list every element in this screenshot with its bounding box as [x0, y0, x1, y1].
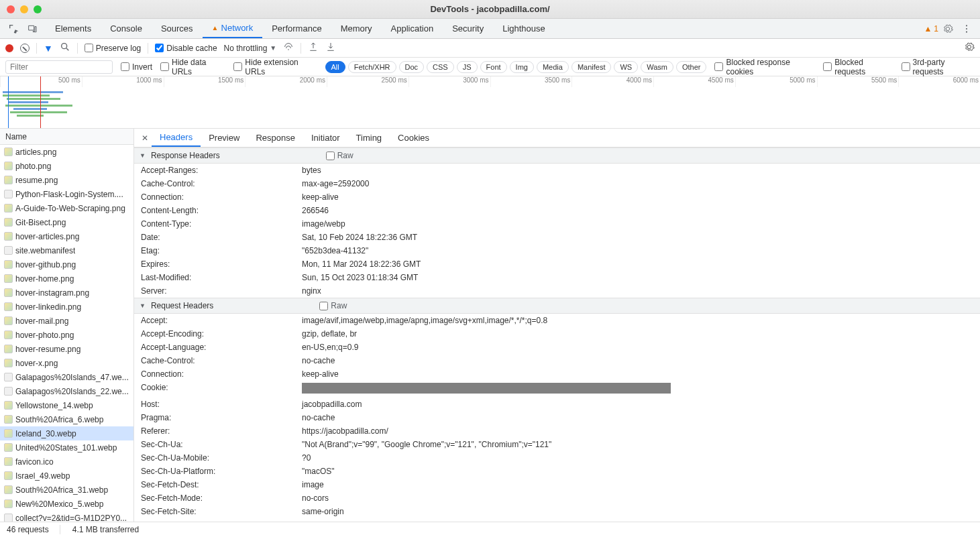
warning-badge[interactable]: ▲ 1 [924, 24, 938, 34]
response-raw-checkbox[interactable]: Raw [326, 151, 353, 160]
request-row[interactable]: favicon.ico [0, 455, 133, 469]
request-row[interactable]: hover-instagram.png [0, 286, 133, 300]
pill-font[interactable]: Font [480, 61, 507, 73]
pill-ws[interactable]: WS [614, 61, 638, 73]
request-row[interactable]: South%20Africa_31.webp [0, 483, 133, 497]
filter-toggle-icon[interactable]: ▼ [44, 43, 53, 54]
pill-css[interactable]: CSS [427, 61, 454, 73]
request-row[interactable]: A-Guide-To-Web-Scraping.png [0, 201, 133, 215]
request-row[interactable]: hover-linkedin.png [0, 300, 133, 314]
request-row[interactable]: hover-photo.png [0, 328, 133, 342]
third-party-checkbox[interactable]: 3rd-party requests [902, 58, 975, 76]
image-file-icon [4, 274, 13, 283]
request-row[interactable]: Galapagos%20Islands_22.we... [0, 384, 133, 398]
request-row[interactable]: hover-resume.png [0, 342, 133, 356]
tab-console[interactable]: Console [101, 19, 152, 38]
request-row[interactable]: Israel_49.webp [0, 469, 133, 483]
pill-js[interactable]: JS [457, 61, 478, 73]
pill-manifest[interactable]: Manifest [571, 61, 612, 73]
request-row[interactable]: Iceland_30.webp [0, 426, 133, 440]
header-key: Sec-Ch-Ua-Mobile: [134, 453, 302, 463]
request-row[interactable]: Yellowstone_14.webp [0, 398, 133, 412]
record-icon[interactable] [5, 44, 13, 52]
pill-doc[interactable]: Doc [399, 61, 425, 73]
request-row[interactable]: site.webmanifest [0, 243, 133, 257]
detail-content[interactable]: ▼ Response Headers Raw Accept-Ranges:byt… [134, 147, 980, 522]
tab-security[interactable]: Security [443, 19, 493, 38]
network-conditions-icon[interactable] [283, 42, 294, 54]
request-list[interactable]: articles.pngphoto.pngresume.pngPython-Fl… [0, 145, 133, 522]
request-name: United%20States_101.webp [15, 443, 117, 453]
search-icon[interactable] [60, 42, 70, 54]
tab-elements[interactable]: Elements [46, 19, 101, 38]
request-row[interactable]: Git-Bisect.png [0, 215, 133, 229]
request-row[interactable]: South%20Africa_6.webp [0, 412, 133, 426]
request-name: Iceland_30.webp [15, 429, 76, 438]
request-row[interactable]: resume.png [0, 173, 133, 187]
tab-performance[interactable]: Performance [262, 19, 331, 38]
header-key: Cache-Control: [134, 179, 302, 188]
device-toolbar-icon[interactable] [23, 23, 42, 34]
request-row[interactable]: photo.png [0, 159, 133, 173]
header-value: Mon, 11 Mar 2024 18:22:36 GMT [302, 259, 980, 269]
header-row: Sec-Fetch-Site:same-origin [134, 505, 980, 518]
image-file-icon [4, 345, 13, 353]
tab-application[interactable]: Application [382, 19, 443, 38]
throttling-select[interactable]: No throttling ▼ [224, 44, 277, 53]
disable-cache-checkbox[interactable]: Disable cache [155, 44, 217, 53]
close-detail-icon[interactable]: ✕ [138, 133, 152, 143]
more-icon[interactable] [957, 23, 976, 34]
hide-extension-urls-checkbox[interactable]: Hide extension URLs [233, 58, 317, 76]
network-settings-icon[interactable] [964, 42, 975, 54]
request-name: Israel_49.webp [15, 471, 70, 481]
detail-tab-cookies[interactable]: Cookies [390, 129, 437, 147]
inspect-element-icon[interactable] [4, 23, 23, 34]
filter-input[interactable] [5, 60, 113, 74]
request-headers-section[interactable]: ▼ Request Headers Raw [134, 298, 980, 314]
clear-icon[interactable] [20, 44, 30, 53]
request-row[interactable]: collect?v=2&tid=G-M1D2PY0... [0, 511, 133, 522]
hide-data-urls-checkbox[interactable]: Hide data URLs [160, 58, 225, 76]
pill-wasm[interactable]: Wasm [641, 61, 673, 73]
download-har-icon[interactable] [325, 42, 336, 54]
tab-lighthouse[interactable]: Lighthouse [493, 19, 555, 38]
detail-tab-headers[interactable]: Headers [152, 129, 201, 147]
header-row: Sec-Ch-Ua-Platform:"macOS" [134, 465, 980, 478]
detail-tab-initiator[interactable]: Initiator [303, 129, 348, 147]
pill-img[interactable]: Img [510, 61, 534, 73]
upload-har-icon[interactable] [308, 42, 319, 54]
request-row[interactable]: Python-Flask-Login-System.... [0, 187, 133, 201]
pill-other[interactable]: Other [676, 61, 707, 73]
blocked-requests-checkbox[interactable]: Blocked requests [823, 58, 893, 76]
response-headers-section[interactable]: ▼ Response Headers Raw [134, 147, 980, 164]
detail-tab-response[interactable]: Response [248, 129, 303, 147]
request-row[interactable]: hover-x.png [0, 356, 133, 370]
request-name: Git-Bisect.png [15, 218, 66, 227]
svg-point-5 [288, 49, 289, 50]
detail-tab-timing[interactable]: Timing [348, 129, 390, 147]
tab-memory[interactable]: Memory [331, 19, 382, 38]
pill-media[interactable]: Media [537, 61, 569, 73]
invert-checkbox[interactable]: Invert [121, 62, 152, 72]
network-overview[interactable]: 500 ms1000 ms1500 ms2000 ms2500 ms3000 m… [0, 76, 980, 129]
request-row[interactable]: articles.png [0, 145, 133, 159]
header-key: Host: [134, 400, 302, 409]
name-column-header[interactable]: Name [0, 129, 133, 145]
request-row[interactable]: hover-articles.png [0, 229, 133, 243]
settings-icon[interactable] [938, 23, 957, 34]
pill-fetch[interactable]: Fetch/XHR [348, 61, 396, 73]
request-row[interactable]: hover-mail.png [0, 314, 133, 328]
tab-network[interactable]: Network [203, 19, 263, 38]
request-row[interactable]: New%20Mexico_5.webp [0, 497, 133, 511]
detail-tab-preview[interactable]: Preview [201, 129, 248, 147]
request-row[interactable]: United%20States_101.webp [0, 440, 133, 455]
request-row[interactable]: hover-home.png [0, 272, 133, 286]
request-row[interactable]: Galapagos%20Islands_47.we... [0, 370, 133, 384]
pill-all[interactable]: All [325, 61, 345, 73]
request-raw-checkbox[interactable]: Raw [319, 301, 347, 310]
preserve-log-checkbox[interactable]: Preserve log [85, 44, 141, 53]
request-row[interactable]: hover-github.png [0, 257, 133, 272]
header-key: Date: [134, 233, 302, 242]
blocked-cookies-checkbox[interactable]: Blocked response cookies [714, 58, 815, 76]
tab-sources[interactable]: Sources [152, 19, 203, 38]
